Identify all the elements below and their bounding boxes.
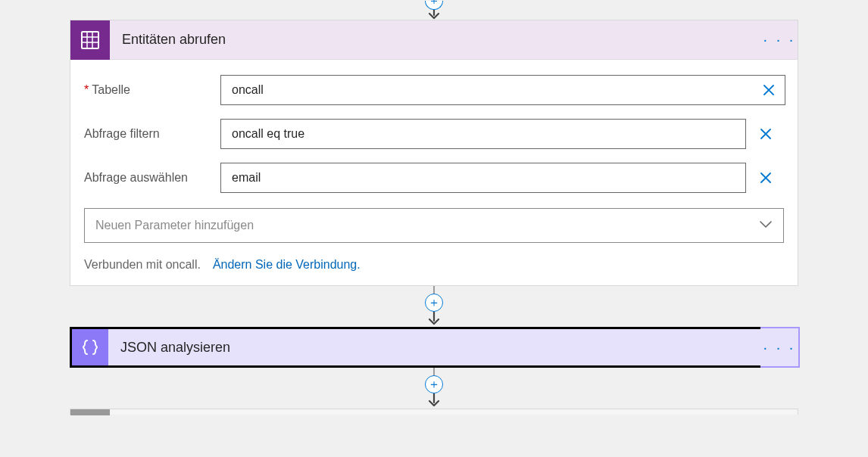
table-input[interactable] xyxy=(220,75,785,105)
add-parameter-placeholder: Neuen Parameter hinzufügen xyxy=(95,219,254,232)
change-connection-link[interactable]: Ändern Sie die Verbindung. xyxy=(213,258,361,272)
add-step-button[interactable]: ＋ xyxy=(425,375,443,393)
arrow-down-icon xyxy=(427,393,441,409)
entities-card-title: Entitäten abrufen xyxy=(110,32,761,48)
arrow-down-icon xyxy=(427,312,441,327)
add-step-button[interactable]: ＋ xyxy=(425,294,443,312)
json-card-title: JSON analysieren xyxy=(108,340,796,356)
more-menu-button[interactable]: · · · xyxy=(761,20,798,60)
select-input[interactable] xyxy=(220,163,746,193)
clear-icon[interactable] xyxy=(754,122,778,146)
filter-row: Abfrage filtern xyxy=(84,117,784,151)
next-card-stub xyxy=(70,409,798,415)
connector-middle: ＋ xyxy=(425,286,443,327)
connection-status: Verbunden mit oncall. xyxy=(84,258,201,272)
table-row: * Tabelle xyxy=(84,73,784,107)
entities-card-body: * Tabelle Abfrage filtern Abfrage auswäh… xyxy=(70,60,798,285)
clear-icon[interactable] xyxy=(760,78,784,102)
arrow-down-icon xyxy=(427,9,441,20)
entities-card: Entitäten abrufen · · · * Tabelle Abfrag… xyxy=(70,20,798,286)
json-braces-icon xyxy=(72,329,108,365)
json-card: JSON analysieren · · · xyxy=(70,327,798,368)
add-parameter-dropdown[interactable]: Neuen Parameter hinzufügen xyxy=(84,208,784,243)
select-row: Abfrage auswählen xyxy=(84,161,784,194)
chevron-down-icon xyxy=(759,219,773,232)
svg-rect-0 xyxy=(82,32,98,48)
select-label: Abfrage auswählen xyxy=(84,171,220,185)
more-menu-button[interactable]: · · · xyxy=(760,327,800,368)
json-card-header[interactable]: JSON analysieren xyxy=(70,327,798,368)
connector-top xyxy=(425,0,443,20)
next-card-icon-stub xyxy=(70,409,110,415)
table-label: * Tabelle xyxy=(84,83,220,97)
filter-input[interactable] xyxy=(220,119,746,149)
connector-bottom: ＋ xyxy=(425,368,443,409)
required-marker: * xyxy=(84,83,89,97)
entities-card-header[interactable]: Entitäten abrufen · · · xyxy=(70,20,798,60)
connection-row: Verbunden mit oncall. Ändern Sie die Ver… xyxy=(84,258,784,272)
table-grid-icon xyxy=(70,20,110,60)
filter-label: Abfrage filtern xyxy=(84,127,220,141)
clear-icon[interactable] xyxy=(754,166,778,190)
